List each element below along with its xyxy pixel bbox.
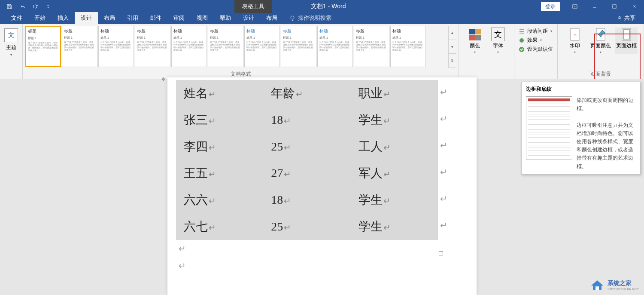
tab-layout[interactable]: 布局 <box>98 12 121 24</box>
style-item[interactable]: 标题标题 1对于"插入"选项卡上的库，在设计时与文档中与文档整体外观协调一致的项… <box>317 26 353 67</box>
table-cell[interactable]: 学生↵↵ <box>351 107 438 133</box>
gallery-up-button[interactable]: ▴ <box>449 26 456 40</box>
tab-table-design[interactable]: 设计 <box>237 12 260 24</box>
paragraph-mark: ↵ <box>179 240 477 257</box>
effects-icon <box>519 37 525 43</box>
gallery-scroll: ▴ ▾ ⊻ <box>448 26 456 68</box>
set-default-button[interactable]: 设为默认值 <box>519 46 553 53</box>
table-row[interactable]: 姓名↵年龄↵职业↵↵ <box>176 80 438 107</box>
tab-help[interactable]: 帮助 <box>214 12 237 24</box>
tab-home[interactable]: 开始 <box>28 12 52 24</box>
page-color-icon <box>594 28 608 41</box>
page-color-button[interactable]: 页面颜色 ▾ <box>589 28 612 54</box>
tab-view[interactable]: 视图 <box>191 12 214 24</box>
table-row[interactable]: 王五↵27↵军人↵↵ <box>176 160 438 187</box>
table-cell[interactable]: 18↵ <box>263 107 350 133</box>
tab-insert[interactable]: 插入 <box>52 12 75 24</box>
style-item[interactable]: 标题标题 1对于"插入"选项卡上的库，在设计时与文档中与文档整体外观协调一致的项… <box>62 26 97 67</box>
table-cell[interactable]: 工人↵↵ <box>351 133 438 160</box>
svg-point-5 <box>519 38 524 43</box>
table-resize-handle[interactable] <box>439 251 443 255</box>
table-cell[interactable]: 学生↵↵ <box>351 187 438 213</box>
window-controls: 登录 <box>541 0 644 13</box>
table-row[interactable]: 李四↵25↵工人↵↵ <box>176 133 438 160</box>
style-item[interactable]: 标题标题 1对于"插入"选项卡上的库，在设计时与文档中与文档整体外观协调一致的项… <box>244 26 280 67</box>
tell-me-search[interactable]: 操作说明搜索 <box>283 12 337 24</box>
table-cell[interactable]: 李四↵ <box>176 133 263 160</box>
tab-review[interactable]: 审阅 <box>167 12 191 24</box>
table-cell[interactable]: 学生↵↵ <box>351 213 438 240</box>
document-formatting-group: 标题标题 1对于"插入"选项卡上的库，在设计时与文档中与文档整体外观协调一致的项… <box>23 24 459 79</box>
table-cell[interactable]: 18↵ <box>263 187 350 213</box>
paragraph-mark: ↵ <box>179 257 477 274</box>
table-cell[interactable]: 25↵ <box>263 213 350 240</box>
svg-point-4 <box>619 16 620 18</box>
watermark-button[interactable]: A 水印 ▾ <box>564 28 586 54</box>
maximize-button[interactable] <box>605 0 624 13</box>
quick-access-toolbar <box>0 1 54 12</box>
table-cell[interactable]: 25↵ <box>263 133 350 160</box>
table-row[interactable]: 张三↵18↵学生↵↵ <box>176 107 438 133</box>
svg-rect-12 <box>595 286 599 290</box>
spacing-icon <box>519 28 525 34</box>
login-button[interactable]: 登录 <box>541 2 560 11</box>
qat-dropdown[interactable] <box>42 1 54 12</box>
colors-fonts-group: 颜色 ▾ 文 字体 ▾ <box>459 24 514 79</box>
document-title: 文档1 - Word <box>311 3 346 10</box>
style-item[interactable]: 标题标题 1对于"插入"选项卡上的库，在设计时与文档中与文档整体外观协调一致的项… <box>135 26 170 67</box>
gallery-more-button[interactable]: ⊻ <box>449 54 456 68</box>
colors-icon <box>468 28 482 41</box>
page-borders-button[interactable]: 页面边框 <box>615 28 638 54</box>
table-cell[interactable]: 军人↵↵ <box>351 160 438 187</box>
undo-button[interactable] <box>16 1 28 12</box>
table-cell[interactable]: 王五↵ <box>176 160 263 187</box>
fonts-button[interactable]: 文 字体 ▾ <box>488 28 508 54</box>
redo-button[interactable] <box>29 1 41 12</box>
ribbon: 文 主题 ▾ 标题标题 1对于"插入"选项卡上的库，在设计时与文档中与文档整体外… <box>0 24 644 79</box>
tooltip-description: 添加或更改页面周围的边框。 边框可吸引注意力并为文档增加时尚特色。您可以使用各种… <box>577 96 636 171</box>
tab-references[interactable]: 引用 <box>121 12 144 24</box>
tab-file[interactable]: 文件 <box>5 12 28 24</box>
document-table[interactable]: 姓名↵年龄↵职业↵↵张三↵18↵学生↵↵李四↵25↵工人↵↵王五↵27↵军人↵↵… <box>176 80 438 240</box>
tooltip-preview-image <box>526 96 572 160</box>
share-button[interactable]: 共享 <box>613 12 639 24</box>
ribbon-options-button[interactable] <box>565 0 585 13</box>
effects-button[interactable]: 效果▾ <box>519 37 553 44</box>
ribbon-tabs: 文件 开始 插入 设计 布局 引用 邮件 审阅 视图 帮助 设计 布局 操作说明… <box>0 13 644 24</box>
style-item[interactable]: 标题标题 1对于"插入"选项卡上的库，在设计时与文档中与文档整体外观协调一致的项… <box>208 26 243 67</box>
style-item[interactable]: 标题标题 1对于"插入"选项卡上的库，在设计时与文档中与文档整体外观协调一致的项… <box>354 26 389 67</box>
table-row[interactable]: 六六↵18↵学生↵↵ <box>176 187 438 213</box>
tab-mailings[interactable]: 邮件 <box>144 12 167 24</box>
themes-button[interactable]: 文 主题 ▾ <box>3 26 20 57</box>
tab-table-layout[interactable]: 布局 <box>260 12 283 24</box>
style-item[interactable]: 标题标题 1对于"插入"选项卡上的库，在设计时与文档中与文档整体外观协调一致的项… <box>25 26 61 67</box>
minimize-button[interactable] <box>585 0 605 13</box>
context-tab-table-tools: 表格工具 <box>234 0 272 13</box>
table-cell[interactable]: 六七↵ <box>176 213 263 240</box>
table-cell[interactable]: 年龄↵ <box>263 80 350 107</box>
style-item[interactable]: 标题标题 1对于"插入"选项卡上的库，在设计时与文档中与文档整体外观协调一致的项… <box>98 26 134 67</box>
save-button[interactable] <box>3 1 15 12</box>
close-button[interactable] <box>624 0 644 13</box>
fonts-icon: 文 <box>491 28 505 41</box>
paragraph-spacing-button[interactable]: 段落间距▾ <box>519 28 553 35</box>
table-anchor-icon[interactable]: ✥ <box>161 77 165 82</box>
tooltip-page-borders: 边框和底纹 添加或更改页面周围的边框。 边框可吸引注意力并为文档增加时尚特色。您… <box>521 82 641 175</box>
style-gallery[interactable]: 标题标题 1对于"插入"选项卡上的库，在设计时与文档中与文档整体外观协调一致的项… <box>25 26 448 68</box>
table-cell[interactable]: 六六↵ <box>176 187 263 213</box>
table-cell[interactable]: 27↵ <box>263 160 350 187</box>
share-icon <box>617 15 623 21</box>
themes-group: 文 主题 ▾ <box>0 24 23 79</box>
gallery-down-button[interactable]: ▾ <box>449 40 456 54</box>
tooltip-title: 边框和底纹 <box>526 86 636 93</box>
style-item[interactable]: 标题标题 1对于"插入"选项卡上的库，在设计时与文档中与文档整体外观协调一致的项… <box>281 26 316 67</box>
svg-rect-2 <box>613 5 616 8</box>
style-item[interactable]: 标题标题 1对于"插入"选项卡上的库，在设计时与文档中与文档整体外观协调一致的项… <box>171 26 207 67</box>
table-cell[interactable]: 职业↵↵ <box>351 80 438 107</box>
table-cell[interactable]: 姓名↵ <box>176 80 263 107</box>
table-row[interactable]: 六七↵25↵学生↵↵ <box>176 213 438 240</box>
style-item[interactable]: 标题标题 1对于"插入"选项卡上的库，在设计时与文档中与文档整体外观协调一致的项… <box>390 26 426 67</box>
tab-design[interactable]: 设计 <box>75 12 98 24</box>
colors-button[interactable]: 颜色 ▾ <box>465 28 485 54</box>
table-cell[interactable]: 张三↵ <box>176 107 263 133</box>
